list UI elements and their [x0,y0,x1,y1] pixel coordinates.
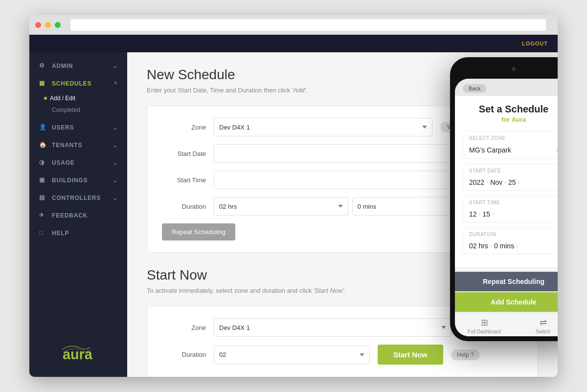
phone-notch [455,65,558,75]
phone-heading: Set a Schedule [463,104,558,115]
address-bar[interactable] [70,19,546,31]
maximize-dot[interactable] [55,22,61,28]
start-date-input[interactable] [214,144,486,163]
duration-label: Duration [162,203,206,210]
phone-time-row[interactable]: 12 › 15 › [463,206,558,222]
start-now-duration-label: Duration [162,351,206,358]
chevron-down-icon: ⌄ [113,196,117,201]
sidebar-sub-schedules: Add / Edit Completed [29,92,127,119]
chevron-up-icon: ^ [114,81,117,87]
phone-date-row[interactable]: 2022 › Nov › 25 › [463,174,558,190]
sidebar-sub-item-completed[interactable]: Completed [52,104,127,116]
dashboard-icon: ⊞ [481,317,488,328]
phone-date-year: 2022 [469,178,484,186]
minimize-dot[interactable] [45,22,51,28]
sidebar-item-buildings[interactable]: ▣ BUILDINGS ⌄ [29,172,127,189]
sidebar-item-admin[interactable]: ⚙ ADMIN ⌄ [29,57,127,75]
sidebar-item-tenants[interactable]: 🏠 TENANTS ⌄ [29,136,127,154]
admin-icon: ⚙ [39,62,47,70]
browser-titlebar [29,15,558,35]
repeat-scheduling-button[interactable]: Repeat Scheduling [162,223,235,240]
phone-select-zone-label: Select Zone [463,131,558,142]
phone-start-time-label: Start Time [463,196,558,206]
chevron-down-icon: ⌄ [113,64,117,69]
sidebar-item-usage[interactable]: ◑ USAGE ⌄ [29,154,127,172]
phone-bottom-bar: ⊞ Full Dashboard ⇌ Switch [455,313,558,336]
start-now-button[interactable]: Start Now [378,345,443,365]
sidebar: ⚙ ADMIN ⌄ ▦ SCHEDULES ^ [29,52,127,377]
sidebar-sub-label-add-edit: Add / Edit [50,95,75,102]
phone-date-month: Nov [490,178,502,186]
phone-zone-value: MG's Carpark [469,146,511,154]
phone-duration-mins: 0 mins [494,242,514,250]
phone-select-zone-section: Select Zone MG's Carpark › [463,131,558,159]
phone-hour-chevron: › [479,211,481,218]
main-content: New Schedule Enter your Start Date, Time… [127,52,558,377]
phone-year-chevron: › [486,179,488,186]
sidebar-item-controllers[interactable]: ▤ CONTROLLERS ⌄ [29,189,127,207]
sidebar-item-help[interactable]: □ HELP [29,224,127,242]
chevron-down-icon: ⌄ [113,125,117,131]
sidebar-item-label-schedules: SCHEDULES [52,80,91,87]
phone-start-time-section: Start Time 12 › 15 › [463,196,558,222]
chevron-down-icon: ⌄ [113,160,117,166]
usage-icon: ◑ [39,159,47,167]
phone-subheading: for Aura [463,116,558,123]
phone-month-chevron: › [504,179,506,186]
logout-button[interactable]: LOGOUT [522,41,548,46]
start-date-label: Start Date [162,150,206,157]
start-now-help-button[interactable]: Help ? [451,349,480,360]
phone-tab-full-dashboard[interactable]: ⊞ Full Dashboard [455,317,514,334]
duration-hrs-select[interactable]: 02 hrs [214,197,348,216]
sidebar-item-schedules[interactable]: ▦ SCHEDULES ^ [29,75,127,92]
phone-time-min: 15 [483,210,491,218]
feedback-icon: ✈ [39,212,47,219]
start-now-zone-select[interactable]: Dev D4X 1 [214,318,452,337]
phone-duration-mins-chevron: › [516,242,518,249]
phone-zone-chevron: › [556,146,558,154]
start-now-duration-select[interactable]: 02 [214,346,370,364]
sidebar-item-users[interactable]: 👤 USERS ⌄ [29,119,127,136]
phone-duration-hrs-chevron: › [490,242,492,249]
phone-time-hour: 12 [469,210,477,218]
help-icon: □ [39,229,47,237]
phone-tab-switch[interactable]: ⇌ Switch [514,317,558,334]
phone-duration-row[interactable]: 02 hrs › 0 mins › [463,238,558,254]
active-dot [44,97,47,100]
phone-actions: Repeat Scheduling Add Schedule [455,267,558,313]
phone-back-button[interactable]: Back [463,84,486,93]
phone-tab-switch-label: Switch [536,329,550,334]
phone-zone-row[interactable]: MG's Carpark › [463,142,558,158]
sidebar-item-label-controllers: CONTROLLERS [52,195,101,201]
zone-select[interactable]: Dev D4X 1 [214,118,432,136]
app-header: LOGOUT [29,35,558,52]
close-dot[interactable] [35,22,41,28]
phone-screen: Back Set a Schedule for Aura Select Zone [455,79,558,336]
sidebar-logo: aura [29,333,127,372]
phone-tab-dashboard-label: Full Dashboard [468,329,501,334]
switch-icon: ⇌ [540,317,547,328]
sidebar-item-label-tenants: TENANTS [52,142,82,149]
controllers-icon: ▤ [39,194,47,202]
phone-start-date-section: Start Date 2022 › Nov › 25 › [463,164,558,191]
schedules-icon: ▦ [39,80,47,87]
sidebar-sub-item-add-edit[interactable]: Add / Edit [52,92,127,104]
start-time-input[interactable] [214,171,486,189]
buildings-icon: ▣ [39,176,47,184]
sidebar-item-feedback[interactable]: ✈ FEEDBACK [29,207,127,224]
chevron-down-icon: ⌄ [113,178,117,183]
phone-duration-label: Duration [463,228,558,238]
phone-mockup: Back Set a Schedule for Aura Select Zone [450,57,558,341]
phone-topbar: Back [455,79,558,96]
sidebar-sub-label-completed: Completed [52,107,80,113]
tenants-icon: 🏠 [39,141,47,149]
sidebar-nav: ⚙ ADMIN ⌄ ▦ SCHEDULES ^ [29,52,127,333]
sidebar-item-label-feedback: FEEDBACK [52,212,88,219]
phone-content: Set a Schedule for Aura Select Zone MG's… [455,96,558,267]
phone-add-schedule-button[interactable]: Add Schedule [455,292,558,312]
start-time-label: Start Time [162,176,206,184]
sidebar-item-label-buildings: BUILDINGS [52,177,88,184]
sidebar-item-label-help: HELP [52,230,69,237]
users-icon: 👤 [39,124,47,131]
phone-repeat-scheduling-button[interactable]: Repeat Scheduling [455,272,558,291]
